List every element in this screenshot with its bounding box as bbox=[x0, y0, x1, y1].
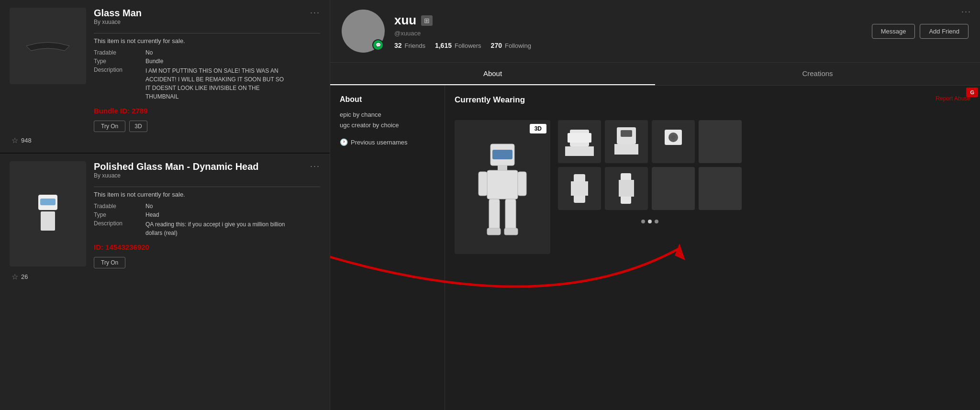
grid-item-6[interactable] bbox=[605, 167, 648, 210]
right-panel: 💬 xuu ⊞ @xuuace 32 Friends 1,615 bbox=[330, 0, 980, 410]
svg-rect-7 bbox=[479, 172, 487, 196]
wearing-section: Currently Wearing Report Abuse 3D bbox=[445, 86, 980, 410]
item-details-2: Tradable No Type Head Description QA rea… bbox=[94, 203, 320, 237]
grid-item-6-image bbox=[607, 169, 646, 208]
about-line1: epic by chance bbox=[340, 110, 435, 120]
item-thumbnail-2 bbox=[10, 161, 86, 266]
about-section: About epic by chance ugc creator by choi… bbox=[330, 86, 445, 410]
desc-value-2: QA reading this: if you accept i give yo… bbox=[145, 220, 289, 237]
grid-item-7 bbox=[652, 167, 695, 210]
3d-preview-button[interactable]: 3D bbox=[530, 124, 546, 133]
followers-count: 1,615 bbox=[435, 42, 452, 49]
item-content-1: Glass Man By xuuace ··· This item is not… bbox=[94, 8, 320, 132]
friends-label: Friends bbox=[405, 42, 425, 49]
item-thumbnail-1 bbox=[10, 8, 86, 84]
desc-label-1: Description bbox=[94, 66, 142, 101]
grid-item-3[interactable] bbox=[652, 120, 695, 163]
item-id-2: ID: 14543236920 bbox=[94, 243, 320, 251]
following-label: Following bbox=[505, 42, 531, 49]
type-label-1: Type bbox=[94, 58, 142, 65]
item-title-2: Polished Glass Man - Dynamic Head bbox=[94, 161, 259, 172]
profile-username: @xuuace bbox=[394, 30, 862, 37]
tradable-value-2: No bbox=[145, 203, 320, 210]
fav-count-2: 26 bbox=[21, 273, 28, 280]
svg-rect-12 bbox=[504, 228, 518, 235]
profile-name: xuu bbox=[394, 13, 416, 28]
friends-count: 32 bbox=[394, 42, 402, 49]
desc-label-2: Description bbox=[94, 220, 142, 237]
tradable-label-1: Tradable bbox=[94, 49, 142, 56]
profile-stats: 32 Friends 1,615 Followers 270 Following bbox=[394, 42, 862, 49]
grid-item-4[interactable] bbox=[699, 120, 742, 163]
about-title: About bbox=[340, 95, 435, 104]
fav-count-1: 948 bbox=[21, 137, 32, 144]
item-title-1: Glass Man bbox=[94, 8, 142, 19]
desc-value-1: I AM NOT PUTTING THIS ON SALE! THIS WAS … bbox=[145, 66, 289, 101]
profile-content: About epic by chance ugc creator by choi… bbox=[330, 86, 980, 410]
tab-about[interactable]: About bbox=[330, 63, 655, 85]
carousel-dot-1[interactable] bbox=[641, 220, 645, 223]
wearing-title: Currently Wearing bbox=[455, 95, 525, 105]
tab-creations[interactable]: Creations bbox=[655, 63, 980, 85]
svg-rect-2 bbox=[40, 199, 56, 205]
try-on-button-2[interactable]: Try On bbox=[94, 257, 125, 268]
tradable-label-2: Tradable bbox=[94, 203, 142, 210]
grid-item-5[interactable] bbox=[558, 167, 601, 210]
tradable-value-1: No bbox=[145, 49, 320, 56]
favorite-icon-1[interactable]: ☆ bbox=[11, 136, 18, 145]
avatar: 💬 bbox=[342, 10, 385, 53]
grid-item-8 bbox=[699, 167, 742, 210]
profile-header: 💬 xuu ⊞ @xuuace 32 Friends 1,615 bbox=[330, 0, 980, 63]
svg-point-21 bbox=[671, 135, 676, 140]
brand-badge: G bbox=[966, 88, 978, 97]
online-indicator: 💬 bbox=[372, 39, 384, 51]
favorite-icon-2[interactable]: ☆ bbox=[11, 272, 18, 281]
profile-actions: Message Add Friend bbox=[872, 24, 969, 39]
item-card-2: Polished Glass Man - Dynamic Head By xuu… bbox=[0, 154, 330, 410]
add-friend-button[interactable]: Add Friend bbox=[920, 24, 969, 39]
type-label-2: Type bbox=[94, 211, 142, 218]
svg-rect-25 bbox=[619, 180, 634, 197]
chat-icon: 💬 bbox=[376, 43, 381, 47]
item-menu-2[interactable]: ··· bbox=[310, 161, 320, 171]
grid-item-2[interactable] bbox=[605, 120, 648, 163]
svg-rect-6 bbox=[487, 170, 518, 199]
grid-item-5-image bbox=[560, 169, 599, 208]
svg-rect-10 bbox=[505, 199, 516, 230]
try-on-button-1[interactable]: Try On bbox=[94, 121, 125, 132]
previous-usernames[interactable]: 🕐 Previous usernames bbox=[340, 138, 435, 146]
grid-item-1[interactable] bbox=[558, 120, 601, 163]
type-value-2: Head bbox=[145, 211, 320, 218]
profile-header-menu[interactable]: ··· bbox=[961, 7, 971, 17]
about-line2: ugc creator by choice bbox=[340, 120, 435, 131]
message-button[interactable]: Message bbox=[872, 24, 915, 39]
svg-rect-23 bbox=[571, 181, 588, 196]
svg-rect-18 bbox=[614, 144, 638, 155]
item-not-for-sale-1: This item is not currently for sale. bbox=[94, 37, 320, 44]
item-content-2: Polished Glass Man - Dynamic Head By xuu… bbox=[94, 161, 320, 268]
profile-icon-badge: ⊞ bbox=[421, 15, 433, 26]
profile-tabs: About Creations bbox=[330, 63, 980, 86]
app-layout: Glass Man By xuuace ··· This item is not… bbox=[0, 0, 980, 410]
svg-rect-14 bbox=[565, 146, 594, 156]
clock-icon: 🕐 bbox=[340, 138, 348, 146]
carousel-dot-2[interactable] bbox=[648, 220, 652, 223]
profile-info: xuu ⊞ @xuuace 32 Friends 1,615 Followers… bbox=[394, 13, 862, 49]
svg-rect-4 bbox=[492, 150, 512, 159]
3d-button-1[interactable]: 3D bbox=[129, 121, 147, 132]
item-image-2 bbox=[29, 185, 67, 243]
type-value-1: Bundle bbox=[145, 58, 320, 65]
wearing-content: 3D bbox=[455, 120, 970, 254]
about-text: epic by chance ugc creator by choice bbox=[340, 110, 435, 131]
svg-rect-11 bbox=[487, 228, 501, 235]
report-abuse-link[interactable]: Report Abuse bbox=[935, 95, 970, 102]
item-menu-1[interactable]: ··· bbox=[310, 8, 320, 18]
item-by-1: By xuuace bbox=[94, 19, 142, 25]
item-details-1: Tradable No Type Bundle Description I AM… bbox=[94, 49, 320, 101]
item-actions-2: Try On bbox=[94, 257, 320, 268]
avatar-preview: 3D bbox=[455, 120, 550, 254]
carousel-dot-3[interactable] bbox=[655, 220, 658, 223]
followers-label: Followers bbox=[455, 42, 481, 49]
following-count: 270 bbox=[491, 42, 502, 49]
carousel-indicator bbox=[558, 220, 742, 223]
